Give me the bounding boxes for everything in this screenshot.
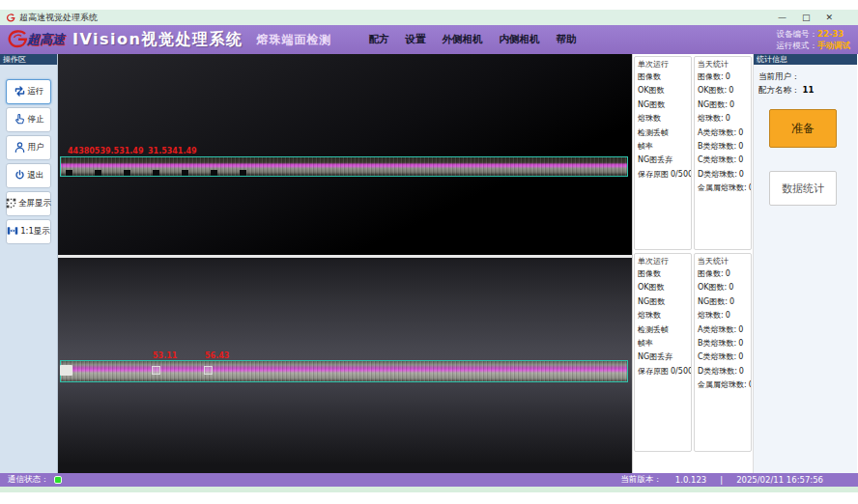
operation-buttons: 运行 停止 用户 退出 全屏显示 bbox=[0, 79, 57, 244]
run-button[interactable]: 运行 bbox=[6, 79, 51, 104]
app-title: IVision视觉处理系统 bbox=[72, 30, 243, 50]
stat-row: 帧率 bbox=[635, 337, 691, 350]
status-bar: 通信状态： 当前版本： 1.0.123 | 2025/02/11 16:57:5… bbox=[0, 473, 858, 487]
version-label: 当前版本： bbox=[620, 474, 662, 486]
stat-row: OK图数:0 bbox=[695, 281, 751, 294]
one-to-one-button[interactable]: 1:1显示 bbox=[6, 219, 51, 244]
version-info: 当前版本： 1.0.123 | 2025/02/11 16:57:56 bbox=[620, 474, 823, 486]
camera-view-inner[interactable]: 53.11 56.43 bbox=[58, 258, 632, 473]
run-mode-label: 运行模式： bbox=[777, 41, 818, 50]
stat-row: 图像数 bbox=[635, 267, 691, 281]
operation-sidebar: 操作区 运行 停止 用户 退出 bbox=[0, 54, 58, 473]
stat-row: 图像数:0 bbox=[695, 267, 751, 281]
app-header: 超高速 IVision视觉处理系统 熔珠端面检测 配方设置外侧相机内侧相机帮助 … bbox=[0, 25, 858, 54]
stop-button[interactable]: 停止 bbox=[6, 107, 51, 132]
stop-hand-icon bbox=[14, 113, 26, 127]
comm-status-indicator bbox=[54, 476, 62, 484]
user-icon bbox=[14, 141, 26, 155]
prepare-button[interactable]: 准备 bbox=[769, 109, 837, 148]
one-to-one-icon bbox=[7, 225, 18, 238]
fullscreen-qr-icon bbox=[6, 198, 16, 210]
stat-row: 金属屑熔珠数:0 bbox=[695, 378, 751, 392]
window-controls: — □ ✕ bbox=[778, 10, 852, 25]
single-run-panel: 单次运行 图像数OK图数NG图数熔珠数检测丢帧帧率NG图丢弃保存原图0/500 bbox=[634, 56, 692, 250]
device-info: 设备编号：22-33 运行模式：手动调试 bbox=[777, 28, 851, 51]
today-stats-panel: 当天统计 图像数:0OK图数:0NG图数:0熔珠数:0A类熔珠数:0B类熔珠数:… bbox=[694, 253, 752, 452]
camera-views: 44380539.531.49 31.5341.49 53.11 56.43 bbox=[58, 54, 633, 473]
weld-bead-strip bbox=[61, 361, 627, 381]
comm-status-label: 通信状态： bbox=[8, 474, 49, 486]
measurement-annotation: 56.43 bbox=[205, 351, 229, 360]
stat-row: C类熔珠数:0 bbox=[695, 350, 751, 364]
measurement-annotation: 31.5341.49 bbox=[148, 147, 197, 155]
version-value: 1.0.123 bbox=[675, 475, 706, 485]
stat-row: A类熔珠数:0 bbox=[695, 323, 751, 337]
stat-row: OK图数 bbox=[635, 84, 691, 98]
statistics-info-panel: 统计信息 当前用户： 配方名称：11 准备 数据统计 bbox=[754, 54, 857, 473]
status-separator: | bbox=[720, 475, 723, 485]
close-button[interactable]: ✕ bbox=[825, 10, 833, 25]
single-run-rows: 图像数OK图数NG图数熔珠数检测丢帧帧率NG图丢弃保存原图0/500 bbox=[635, 70, 691, 182]
stat-row: C类熔珠数:0 bbox=[695, 154, 751, 167]
stat-row: NG图数:0 bbox=[695, 295, 751, 309]
brand-logo-text: 超高速 bbox=[27, 31, 65, 48]
data-statistics-button[interactable]: 数据统计 bbox=[769, 171, 837, 206]
user-button-label: 用户 bbox=[28, 142, 44, 154]
stat-row: NG图丢弃 bbox=[635, 154, 691, 167]
one-to-one-button-label: 1:1显示 bbox=[20, 226, 50, 238]
stat-row: 检测丢帧 bbox=[635, 126, 691, 140]
measurement-annotation: 53.11 bbox=[153, 351, 177, 360]
stat-row: 金属屑熔珠数:0 bbox=[695, 182, 751, 195]
fullscreen-button[interactable]: 全屏显示 bbox=[6, 191, 51, 216]
menu-item[interactable]: 帮助 bbox=[556, 33, 576, 46]
operation-area-title: 操作区 bbox=[0, 54, 57, 65]
single-run-rows: 图像数OK图数NG图数熔珠数检测丢帧帧率NG图丢弃保存原图0/500 bbox=[635, 267, 691, 378]
current-user-label: 当前用户： bbox=[758, 71, 800, 81]
stat-row: 帧率 bbox=[635, 140, 691, 154]
stop-button-label: 停止 bbox=[28, 114, 44, 126]
run-icon bbox=[14, 85, 26, 99]
measurement-annotation: 44380539.531.49 bbox=[68, 147, 143, 155]
run-mode-value: 手动调试 bbox=[817, 41, 850, 50]
stats-group-camera1: 单次运行 图像数OK图数NG图数熔珠数检测丢帧帧率NG图丢弃保存原图0/500 … bbox=[634, 56, 752, 250]
stat-row: 保存原图0/500 bbox=[635, 365, 691, 378]
menu-item[interactable]: 外侧相机 bbox=[442, 33, 482, 46]
stat-row: OK图数:0 bbox=[695, 84, 751, 98]
exit-button-label: 退出 bbox=[28, 170, 44, 182]
user-button[interactable]: 用户 bbox=[6, 135, 51, 160]
stat-row: NG图数 bbox=[635, 295, 691, 309]
recipe-name-value: 11 bbox=[803, 85, 815, 95]
detection-roi-box bbox=[60, 360, 628, 382]
camera-view-outer[interactable]: 44380539.531.49 31.5341.49 bbox=[58, 54, 632, 255]
maximize-button[interactable]: □ bbox=[802, 10, 811, 25]
taskbar-strip bbox=[0, 487, 858, 492]
stat-row: D类熔珠数:0 bbox=[695, 365, 751, 378]
stat-row: OK图数 bbox=[635, 281, 691, 294]
stat-row: 熔珠数:0 bbox=[695, 112, 751, 126]
stat-row: NG图丢弃 bbox=[635, 350, 691, 364]
stat-row: B类熔珠数:0 bbox=[695, 140, 751, 154]
stat-row: NG图数:0 bbox=[695, 98, 751, 112]
strip-bright-end bbox=[60, 365, 72, 376]
single-run-title: 单次运行 bbox=[635, 57, 691, 70]
stat-row: D类熔珠数:0 bbox=[695, 168, 751, 182]
stat-row: 熔珠数 bbox=[635, 112, 691, 126]
stat-row: NG图数 bbox=[635, 98, 691, 112]
defect-marker bbox=[152, 366, 160, 375]
main-menu: 配方设置外侧相机内侧相机帮助 bbox=[368, 33, 576, 46]
info-rows: 当前用户： 配方名称：11 bbox=[754, 65, 857, 97]
power-icon bbox=[14, 169, 26, 183]
fullscreen-button-label: 全屏显示 bbox=[18, 198, 51, 210]
menu-item[interactable]: 内侧相机 bbox=[499, 33, 539, 46]
desktop: 超高速视觉处理系统 — □ ✕ 超高速 IVision视觉处理系统 熔珠端面检测… bbox=[0, 0, 858, 504]
exit-button[interactable]: 退出 bbox=[6, 163, 51, 188]
stats-group-camera2: 单次运行 图像数OK图数NG图数熔珠数检测丢帧帧率NG图丢弃保存原图0/500 … bbox=[634, 253, 752, 452]
today-stats-title: 当天统计 bbox=[695, 254, 751, 267]
comm-status: 通信状态： bbox=[8, 474, 62, 486]
device-number-value: 22-33 bbox=[817, 29, 844, 39]
menu-item[interactable]: 设置 bbox=[405, 33, 425, 46]
minimize-button[interactable]: — bbox=[778, 10, 786, 25]
menu-item[interactable]: 配方 bbox=[368, 33, 388, 46]
app-window-icon bbox=[6, 9, 15, 27]
single-run-panel: 单次运行 图像数OK图数NG图数熔珠数检测丢帧帧率NG图丢弃保存原图0/500 bbox=[634, 253, 692, 452]
